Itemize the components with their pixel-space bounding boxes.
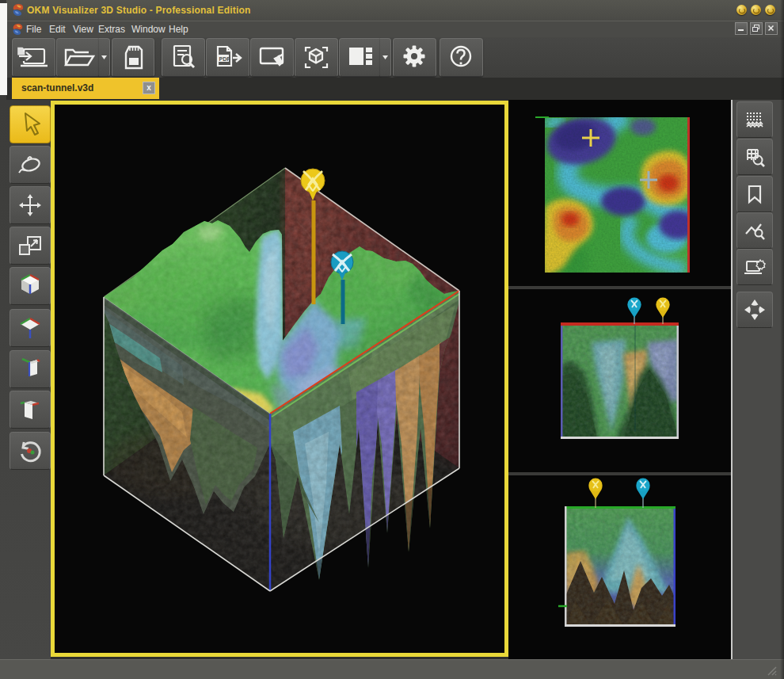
svg-text:PDF: PDF <box>219 56 231 62</box>
